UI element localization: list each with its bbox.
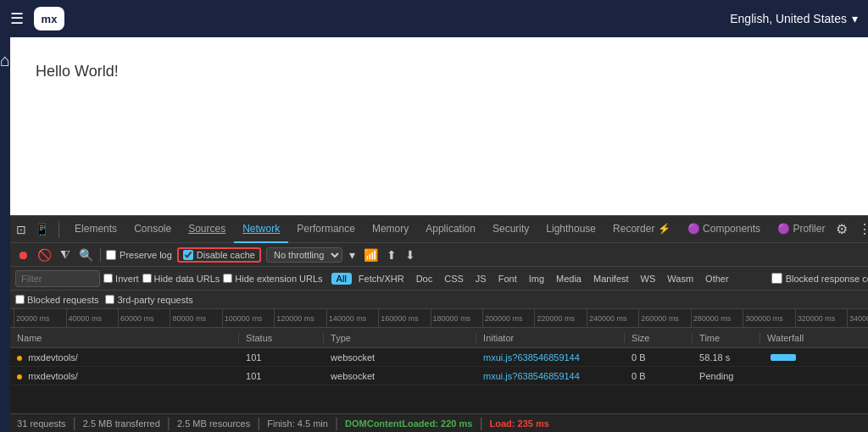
type-img[interactable]: Img	[524, 273, 549, 285]
filter-input[interactable]	[15, 270, 100, 287]
type-js[interactable]: JS	[470, 273, 492, 285]
hide-extension-urls-input[interactable]	[223, 274, 232, 283]
third-party-requests-input[interactable]	[105, 295, 114, 304]
invert-input[interactable]	[103, 274, 113, 283]
table-row[interactable]: mxdevtools/ 101 websocket mxui.js?638546…	[10, 348, 868, 367]
cell-initiator-1[interactable]: mxui.js?638546859144	[476, 352, 625, 363]
tick-10: 200000 ms	[482, 309, 534, 327]
tick-1: 20000 ms	[14, 309, 65, 327]
table-row[interactable]: mxdevtools/ 101 websocket mxui.js?638546…	[10, 367, 868, 385]
tick-12: 240000 ms	[587, 309, 638, 327]
devtools-tab-icons: ⊡ 📱	[14, 221, 59, 238]
cell-type-1: websocket	[324, 352, 476, 363]
extra-filter-bar: Blocked requests 3rd-party requests	[10, 291, 868, 309]
header-time[interactable]: Time	[693, 333, 760, 343]
mx-logo: mx	[34, 7, 64, 30]
tab-application[interactable]: Application	[417, 216, 484, 243]
clear-icon[interactable]: 🚫	[36, 248, 53, 262]
type-doc[interactable]: Doc	[411, 273, 438, 285]
tab-profiler[interactable]: 🟣 Profiler	[769, 216, 833, 243]
upload-icon[interactable]: ⬆	[385, 248, 398, 262]
tick-6: 120000 ms	[274, 309, 326, 327]
separator-2: |	[167, 416, 170, 431]
third-party-requests-checkbox[interactable]: 3rd-party requests	[105, 295, 192, 305]
header-waterfall[interactable]: Waterfall	[760, 333, 868, 343]
hamburger-icon[interactable]: ☰	[10, 9, 24, 28]
mobile-icon[interactable]: 📱	[32, 221, 52, 238]
preserve-log-input[interactable]	[106, 250, 116, 260]
tab-console[interactable]: Console	[125, 216, 180, 243]
cell-waterfall-1	[760, 354, 868, 361]
finish-time: Finish: 4.5 min	[267, 418, 328, 429]
devtools-panel: ⊡ 📱 Elements Console Sources Network Per…	[10, 215, 868, 432]
chevron-down-icon: ▾	[852, 12, 858, 25]
type-all[interactable]: All	[331, 273, 352, 285]
settings-icon[interactable]: ⚙	[833, 219, 850, 239]
invert-checkbox[interactable]: Invert	[103, 274, 139, 284]
hide-extension-urls-label: Hide extension URLs	[235, 274, 322, 284]
type-fetch-xhr[interactable]: Fetch/XHR	[353, 273, 409, 285]
cell-initiator-2[interactable]: mxui.js?638546859144	[476, 371, 625, 381]
record-icon[interactable]: ⏺	[15, 248, 31, 262]
type-wasm[interactable]: Wasm	[662, 273, 698, 285]
header-status[interactable]: Status	[239, 333, 324, 343]
separator-4: |	[335, 416, 338, 431]
devtools-tabs: ⊡ 📱 Elements Console Sources Network Per…	[10, 216, 868, 243]
preserve-log-label: Preserve log	[120, 250, 172, 260]
tab-components[interactable]: 🟣 Components	[679, 216, 769, 243]
tab-security[interactable]: Security	[484, 216, 537, 243]
tab-recorder[interactable]: Recorder ⚡	[604, 216, 679, 243]
resources-size: 2.5 MB resources	[177, 418, 250, 429]
disable-cache-label: Disable cache	[197, 250, 255, 260]
type-other[interactable]: Other	[700, 273, 734, 285]
blocked-cookies-input[interactable]	[771, 273, 782, 284]
more-options-icon[interactable]: ⋮	[855, 219, 868, 239]
hide-data-urls-input[interactable]	[142, 274, 152, 283]
hide-data-urls-label: Hide data URLs	[154, 274, 220, 284]
type-css[interactable]: CSS	[439, 273, 469, 285]
tick-17: 340000	[847, 309, 868, 327]
blocked-requests-input[interactable]	[15, 295, 25, 304]
blocked-requests-checkbox[interactable]: Blocked requests	[15, 295, 98, 305]
header-name[interactable]: Name	[10, 333, 239, 343]
header-initiator[interactable]: Initiator	[476, 333, 625, 343]
header-size[interactable]: Size	[625, 333, 693, 343]
preserve-log-checkbox[interactable]: Preserve log	[106, 250, 172, 260]
search-icon[interactable]: 🔍	[77, 248, 95, 262]
status-bar: 31 requests | 2.5 MB transferred | 2.5 M…	[10, 413, 868, 432]
home-icon[interactable]: ⌂	[0, 51, 10, 70]
table-header: Name Status Type Initiator Size Time Wat…	[10, 328, 868, 348]
inspect-icon[interactable]: ⊡	[14, 221, 29, 238]
tab-lighthouse[interactable]: Lighthouse	[537, 216, 604, 243]
cell-size-2: 0 B	[625, 371, 693, 381]
tab-elements[interactable]: Elements	[66, 216, 125, 243]
tab-memory[interactable]: Memory	[364, 216, 417, 243]
header-type[interactable]: Type	[324, 333, 476, 343]
disable-cache-box: Disable cache	[177, 247, 261, 263]
hide-data-urls-checkbox[interactable]: Hide data URLs	[142, 274, 220, 284]
download-icon[interactable]: ⬇	[403, 248, 417, 262]
cell-status-1: 101	[239, 352, 324, 363]
type-media[interactable]: Media	[551, 273, 587, 285]
throttle-down-icon[interactable]: ▾	[348, 248, 357, 262]
disable-cache-checkbox[interactable]: Disable cache	[183, 250, 255, 260]
tab-performance[interactable]: Performance	[288, 216, 364, 243]
blocked-cookies-section: Blocked response cookies	[771, 273, 868, 284]
tab-network[interactable]: Network	[234, 216, 288, 243]
hide-extension-urls-checkbox[interactable]: Hide extension URLs	[223, 274, 322, 284]
filter-bar: Invert Hide data URLs Hide extension URL…	[10, 267, 868, 291]
cell-name-2: mxdevtools/	[10, 371, 239, 381]
wifi-icon[interactable]: 📶	[362, 248, 380, 262]
filter-icon[interactable]: ⧨	[58, 247, 72, 262]
disable-cache-input[interactable]	[183, 250, 193, 260]
type-ws[interactable]: WS	[636, 273, 661, 285]
hello-world-text: Hello World!	[36, 63, 119, 80]
tick-4: 80000 ms	[170, 309, 221, 327]
type-manifest[interactable]: Manifest	[588, 273, 634, 285]
tick-3: 60000 ms	[118, 309, 170, 327]
tab-sources[interactable]: Sources	[180, 216, 234, 243]
language-selector[interactable]: English, United States ▾	[730, 12, 858, 25]
cell-size-1: 0 B	[625, 352, 693, 363]
type-font[interactable]: Font	[493, 273, 522, 285]
throttle-select[interactable]: No throttling	[266, 247, 342, 263]
